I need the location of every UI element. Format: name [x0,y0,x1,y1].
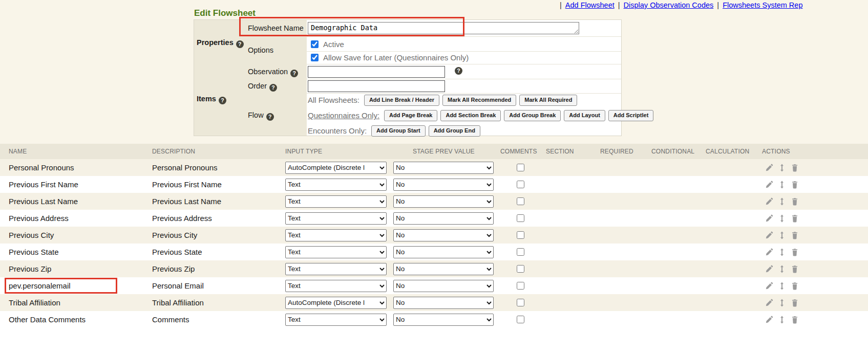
reorder-icon[interactable] [778,299,786,307]
stage-prev-value-select[interactable]: No [393,314,494,326]
allow-save-checkbox[interactable] [311,54,319,61]
questionnaires-only-row: Questionnaires Only: Add Page Break Add … [308,110,619,121]
edit-icon[interactable] [765,299,773,307]
add-group-end-button[interactable]: Add Group End [429,125,480,137]
mark-all-required-button[interactable]: Mark All Required [519,95,577,106]
stage-prev-value-select[interactable]: No [393,263,494,275]
input-type-select[interactable]: Text [285,246,387,258]
edit-icon[interactable] [765,181,773,189]
add-group-start-button[interactable]: Add Group Start [371,125,426,137]
comments-checkbox[interactable] [517,265,524,273]
reorder-icon[interactable] [778,316,786,324]
edit-icon[interactable] [765,231,773,239]
comments-checkbox[interactable] [517,197,524,205]
input-type-select[interactable]: Text [285,280,387,292]
input-type-select[interactable]: Text [285,229,387,241]
edit-icon[interactable] [765,164,773,172]
reorder-icon[interactable] [778,265,786,273]
delete-icon[interactable] [791,282,799,290]
link-display-observation-codes[interactable]: Display Observation Codes [624,1,714,9]
add-group-break-button[interactable]: Add Group Break [504,110,561,121]
help-icon[interactable]: ? [236,40,244,48]
link-flowsheets-system-reports[interactable]: Flowsheets System Rep [723,1,802,9]
reorder-icon[interactable] [778,282,786,290]
help-icon[interactable]: ? [290,70,298,77]
cell-stage-prev-value: No [393,159,500,176]
comments-checkbox[interactable] [517,248,524,256]
mark-all-recommended-button[interactable]: Mark All Recommended [442,95,516,106]
cell-name: Other Data Comments [0,311,152,328]
delete-icon[interactable] [791,231,799,239]
reorder-icon[interactable] [778,197,786,206]
edit-icon[interactable] [765,316,773,324]
add-layout-button[interactable]: Add Layout [564,110,605,121]
input-type-select[interactable]: AutoComplete (Discrete l [285,162,387,174]
comments-checkbox[interactable] [517,282,524,290]
allow-save-option: Allow Save for Later (Questionnaires Onl… [311,53,469,62]
add-section-break-button[interactable]: Add Section Break [440,110,501,121]
comments-checkbox[interactable] [517,164,524,171]
input-type-select[interactable]: Text [285,314,387,326]
add-scriptlet-button[interactable]: Add Scriptlet [608,110,653,121]
input-type-select[interactable]: Text [285,263,387,275]
input-type-select[interactable]: Text [285,195,387,208]
help-icon[interactable]: ? [269,84,277,92]
delete-icon[interactable] [791,197,799,206]
cell-description: Comments [152,311,285,328]
reorder-icon[interactable] [778,231,786,239]
observation-help-icon[interactable]: ? [455,67,462,75]
options-label: Options [248,46,273,54]
cell-actions [762,227,868,244]
comments-checkbox[interactable] [517,214,524,222]
reorder-icon[interactable] [778,214,786,223]
column-header-input-type: INPUT TYPE [285,144,393,159]
stage-prev-value-select[interactable]: No [393,229,494,241]
help-icon[interactable]: ? [266,113,274,121]
delete-icon[interactable] [791,214,799,223]
add-line-break-header-button[interactable]: Add Line Break / Header [364,95,439,106]
delete-icon[interactable] [791,316,799,324]
edit-icon[interactable] [765,282,773,290]
edit-icon[interactable] [765,248,773,256]
stage-prev-value-select[interactable]: No [393,179,494,191]
comments-checkbox[interactable] [517,181,524,188]
observation-input[interactable] [308,66,445,78]
cell-description: Previous State [152,244,285,260]
reorder-icon[interactable] [778,181,786,189]
edit-icon[interactable] [765,265,773,273]
edit-icon[interactable] [765,197,773,206]
cell-conditional [651,227,706,244]
help-icon[interactable]: ? [219,97,226,104]
column-header-stage-prev-value: STAGE PREV VALUE [393,144,500,159]
flowsheet-name-input[interactable]: Demographic Data [308,22,579,34]
stage-prev-value-select[interactable]: No [393,212,494,225]
stage-prev-value-select[interactable]: No [393,246,494,258]
edit-icon[interactable] [765,214,773,223]
order-input[interactable] [308,80,445,92]
stage-prev-value-select[interactable]: No [393,162,494,174]
comments-checkbox[interactable] [517,316,524,323]
cell-section [546,193,600,210]
input-type-select[interactable]: Text [285,179,387,191]
comments-checkbox[interactable] [517,231,524,239]
stage-prev-value-select[interactable]: No [393,297,494,309]
encounters-only-label: Encounters Only: [308,126,367,135]
input-type-select[interactable]: AutoComplete (Discrete l [285,297,387,309]
comments-checkbox[interactable] [517,299,524,306]
delete-icon[interactable] [791,181,799,189]
delete-icon[interactable] [791,164,799,172]
add-page-break-button[interactable]: Add Page Break [384,110,437,121]
input-type-select[interactable]: Text [285,212,387,225]
stage-prev-value-select[interactable]: No [393,195,494,208]
active-checkbox[interactable] [311,40,319,48]
link-add-flowsheet[interactable]: Add Flowsheet [565,1,615,9]
table-row: Other Data Comments Comments Text No [0,311,868,328]
cell-description: Personal Email [152,277,285,294]
reorder-icon[interactable] [778,164,786,172]
delete-icon[interactable] [791,265,799,273]
delete-icon[interactable] [791,248,799,256]
cell-input-type: AutoComplete (Discrete l [285,159,393,176]
delete-icon[interactable] [791,299,799,307]
reorder-icon[interactable] [778,248,786,256]
stage-prev-value-select[interactable]: No [393,280,494,292]
